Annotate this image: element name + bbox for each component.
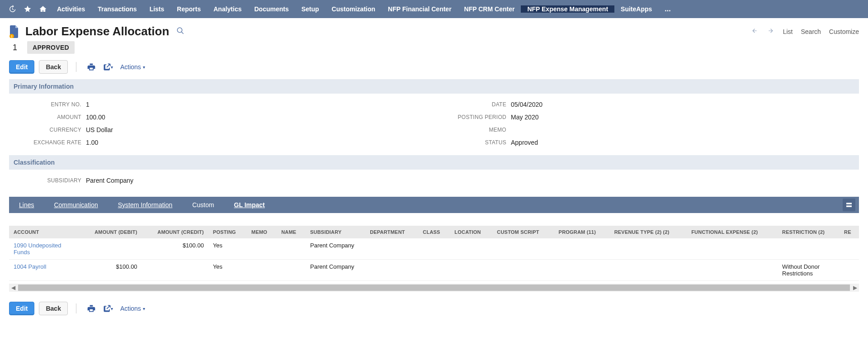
col-functional-expense[interactable]: FUNCTIONAL EXPENSE (2) <box>687 226 778 238</box>
cell-amount-debit <box>80 238 142 260</box>
gl-impact-table: ACCOUNT AMOUNT (DEBIT) AMOUNT (CREDIT) P… <box>9 226 859 281</box>
tab-lines[interactable]: Lines <box>9 201 44 209</box>
account-link[interactable]: 1004 Payroll <box>14 263 63 270</box>
scroll-left-icon[interactable]: ◀ <box>9 284 17 292</box>
label-currency: CURRENCY <box>9 127 86 133</box>
table-row[interactable]: 1090 Undeposited Funds$100.00YesParent C… <box>9 238 859 260</box>
actions-dropdown[interactable]: Actions ▾ <box>120 63 145 71</box>
nav-item-setup[interactable]: Setup <box>295 5 326 13</box>
col-program[interactable]: PROGRAM (11) <box>554 226 610 238</box>
nav-item-reports[interactable]: Reports <box>170 5 207 13</box>
home-icon[interactable] <box>35 0 51 18</box>
edit-button[interactable]: Edit <box>9 60 34 74</box>
cell-subsidiary: Parent Company <box>306 238 365 260</box>
cell-name <box>277 238 306 260</box>
col-location[interactable]: LOCATION <box>450 226 492 238</box>
cell-account: 1004 Payroll <box>9 260 80 281</box>
label-date: DATE <box>434 101 511 108</box>
cell-restriction <box>778 238 840 260</box>
cell-account: 1090 Undeposited Funds <box>9 238 80 260</box>
nav-item-documents[interactable]: Documents <box>248 5 295 13</box>
nav-item-suiteapps[interactable]: SuiteApps <box>614 5 658 13</box>
search-link[interactable]: Search <box>801 28 821 35</box>
nav-item-nfp-financial-center[interactable]: NFP Financial Center <box>382 5 458 13</box>
nav-item-analytics[interactable]: Analytics <box>207 5 248 13</box>
svg-point-2 <box>178 28 183 33</box>
col-memo[interactable]: MEMO <box>247 226 277 238</box>
field-subsidiary: SUBSIDIARY Parent Company <box>9 174 434 187</box>
value-posting-period: May 2020 <box>511 114 538 121</box>
tab-gl-impact[interactable]: GL Impact <box>224 201 275 209</box>
table-header-row: ACCOUNT AMOUNT (DEBIT) AMOUNT (CREDIT) P… <box>9 226 859 238</box>
col-amount-credit[interactable]: AMOUNT (CREDIT) <box>142 226 208 238</box>
chevron-down-icon: ▾ <box>143 65 145 70</box>
account-link[interactable]: 1090 Undeposited Funds <box>14 242 63 256</box>
cell-memo <box>247 260 277 281</box>
back-button-bottom[interactable]: Back <box>39 302 67 315</box>
label-status: STATUS <box>434 139 511 146</box>
table-row[interactable]: 1004 Payroll$100.00YesParent CompanyWith… <box>9 260 859 281</box>
list-link[interactable]: List <box>783 28 793 35</box>
scrollbar-track[interactable] <box>18 285 850 291</box>
actions-label: Actions <box>120 305 141 312</box>
edit-button-bottom[interactable]: Edit <box>9 302 34 315</box>
view-toggle-icon[interactable] <box>843 199 855 211</box>
nav-item-nfp-crm-center[interactable]: NFP CRM Center <box>458 5 521 13</box>
nav-item-transactions[interactable]: Transactions <box>91 5 143 13</box>
classification-fields: SUBSIDIARY Parent Company <box>0 170 868 193</box>
nav-item-activities[interactable]: Activities <box>51 5 91 13</box>
print-icon-bottom[interactable] <box>85 302 98 315</box>
tab-custom[interactable]: Custom <box>182 201 224 209</box>
col-name[interactable]: NAME <box>277 226 306 238</box>
bottom-button-bar: Edit Back ▾ Actions ▾ <box>0 292 868 324</box>
col-class[interactable]: CLASS <box>418 226 450 238</box>
col-account[interactable]: ACCOUNT <box>9 226 80 238</box>
history-icon[interactable] <box>5 0 20 18</box>
tab-system-information[interactable]: System Information <box>108 201 183 209</box>
nav-item-lists[interactable]: Lists <box>143 5 171 13</box>
nav-more[interactable]: ... <box>658 0 677 18</box>
tab-communication[interactable]: Communication <box>44 201 108 209</box>
col-department[interactable]: DEPARTMENT <box>365 226 418 238</box>
cell-program <box>554 260 610 281</box>
nav-forward-arrow-icon[interactable] <box>767 28 775 35</box>
status-row: 1 APPROVED <box>0 41 868 58</box>
new-split-icon-bottom[interactable]: ▾ <box>103 302 113 315</box>
cell-re-truncated <box>840 260 859 281</box>
svg-rect-4 <box>846 205 852 207</box>
nav-back-arrow-icon[interactable] <box>750 28 759 35</box>
col-restriction[interactable]: RESTRICTION (2) <box>778 226 840 238</box>
field-memo: MEMO <box>434 123 859 136</box>
cell-revenue-type <box>610 238 687 260</box>
col-subsidiary[interactable]: SUBSIDIARY <box>306 226 365 238</box>
col-revenue-type[interactable]: REVENUE TYPE (2) (2) <box>610 226 687 238</box>
cell-memo <box>247 238 277 260</box>
col-re-truncated[interactable]: RE <box>840 226 859 238</box>
primary-fields: ENTRY NO. 1 AMOUNT 100.00 CURRENCY US Do… <box>0 94 868 155</box>
cell-amount-credit: $100.00 <box>142 238 208 260</box>
star-icon[interactable] <box>20 0 35 18</box>
label-subsidiary: SUBSIDIARY <box>9 177 86 184</box>
nav-item-customization[interactable]: Customization <box>326 5 382 13</box>
col-custom-script[interactable]: CUSTOM SCRIPT <box>492 226 554 238</box>
search-icon[interactable] <box>176 27 184 36</box>
back-button[interactable]: Back <box>39 60 67 74</box>
new-split-icon[interactable]: ▾ <box>103 60 113 74</box>
col-amount-debit[interactable]: AMOUNT (DEBIT) <box>80 226 142 238</box>
value-exchange-rate: 1.00 <box>86 139 98 146</box>
print-icon[interactable] <box>85 60 98 74</box>
cell-location <box>450 260 492 281</box>
label-memo: MEMO <box>434 127 511 133</box>
cell-custom-script <box>492 238 554 260</box>
cell-revenue-type <box>610 260 687 281</box>
separator <box>76 304 76 313</box>
col-posting[interactable]: POSTING <box>208 226 247 238</box>
chevron-down-icon: ▾ <box>111 65 113 70</box>
scroll-right-icon[interactable]: ▶ <box>851 284 859 292</box>
value-amount: 100.00 <box>86 114 105 121</box>
customize-link[interactable]: Customize <box>829 28 859 35</box>
nav-item-nfp-expense-management[interactable]: NFP Expense Management <box>521 5 614 13</box>
actions-dropdown-bottom[interactable]: Actions ▾ <box>120 305 145 312</box>
label-exchange-rate: EXCHANGE RATE <box>9 139 86 146</box>
horizontal-scrollbar[interactable]: ◀ ▶ <box>9 284 859 292</box>
